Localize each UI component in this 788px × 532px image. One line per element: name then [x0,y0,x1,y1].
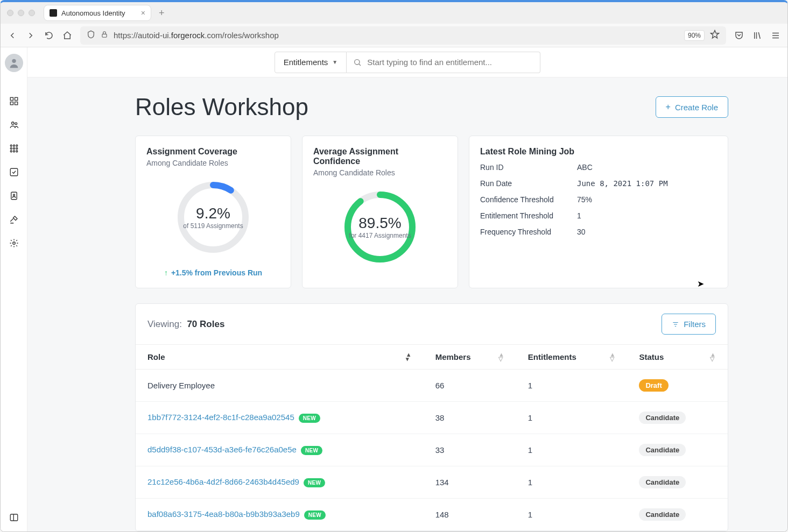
menu-icon[interactable] [770,30,781,41]
job-row: Run IDABC [480,163,717,172]
up-arrow-icon: ↑ [164,268,168,277]
svg-rect-2 [10,97,13,100]
search-input[interactable] [367,58,533,67]
svg-point-6 [11,122,14,125]
column-header[interactable]: Members▲▽ [424,345,516,370]
coverage-gauge: 9.2% of 5119 Assignments [173,177,254,258]
entitlements-cell: 1 [516,434,628,466]
mining-job-card: Latest Role Mining Job Run IDABCRun Date… [469,136,728,288]
users-icon[interactable] [9,119,19,130]
svg-point-9 [13,145,15,146]
table-row[interactable]: d5dd9f38-c107-453d-a3e6-fe76c26a0e5eNEW3… [136,434,728,466]
home-icon[interactable] [62,30,73,41]
status-badge: Draft [639,379,668,392]
checkbox-icon[interactable] [9,167,19,178]
members-cell: 148 [424,499,516,531]
job-value: 75% [577,195,592,204]
svg-point-8 [10,145,12,146]
forward-icon[interactable] [25,30,36,41]
minimize-dot[interactable] [18,10,24,16]
table-row[interactable]: 1bb7f772-3124-4ef2-8c1f-c28ea9a02545NEW3… [136,402,728,434]
lock-icon [101,31,108,40]
svg-rect-17 [10,168,18,176]
gear-icon[interactable] [9,238,19,249]
entitlements-dropdown[interactable]: Entitlements ▼ [275,52,347,73]
avatar[interactable] [5,54,23,72]
url-box[interactable]: https://autoid-ui.forgerock.com/roles/wo… [80,26,726,45]
role-cell: d5dd9f38-c107-453d-a3e6-fe76c26a0e5eNEW [136,434,424,466]
column-header[interactable]: Role▲▾ [136,345,424,370]
trend-text: +1.5% from Previous Run [171,268,262,277]
back-icon[interactable] [7,30,18,41]
table-row[interactable]: Delivery Employee661Draft [136,370,728,402]
status-cell: Candidate [627,466,728,499]
gavel-icon[interactable] [9,214,19,225]
zoom-level[interactable]: 90% [684,30,705,41]
svg-point-1 [12,59,16,63]
svg-point-11 [10,148,12,150]
window-controls [7,10,35,16]
svg-rect-5 [15,102,17,105]
main-content: Roles Workshop + Create Role Assignment … [27,77,787,531]
library-icon[interactable] [752,30,763,41]
job-row: Run DateJune 8, 2021 1:07 PM [480,179,717,188]
create-role-button[interactable]: + Create Role [656,96,728,118]
shield-icon [87,30,95,40]
badge-icon[interactable] [9,190,19,201]
new-badge: NEW [304,478,325,487]
svg-rect-0 [102,34,107,37]
status-cell: Candidate [627,434,728,466]
job-row: Confidence Threshold75% [480,195,717,204]
roles-table: Role▲▾Members▲▽Entitlements▲▽Status▲▽ De… [136,344,728,531]
members-cell: 33 [424,434,516,466]
sidebar [1,47,27,531]
svg-rect-21 [10,514,18,521]
panel-icon[interactable] [9,512,19,523]
filters-button[interactable]: Filters [662,314,716,335]
coverage-subtitle: Among Candidate Roles [146,159,237,167]
job-row: Entitlement Threshold1 [480,211,717,220]
new-tab-icon[interactable]: + [156,8,168,19]
table-row[interactable]: 21c12e56-4b6a-4d2f-8d66-2463b4d45ed9NEW1… [136,466,728,499]
close-dot[interactable] [7,10,13,16]
role-link[interactable]: 21c12e56-4b6a-4d2f-8d66-2463b4d45ed9 [147,477,299,486]
viewing-label: Viewing: 70 Roles [147,319,224,330]
job-label: Confidence Threshold [480,195,577,204]
entitlements-cell: 1 [516,466,628,499]
role-link[interactable]: baf08a63-3175-4ea8-b80a-b9b3b93a3eb9 [147,509,300,519]
status-cell: Candidate [627,499,728,531]
confidence-title: Average Assignment Confidence [313,147,447,166]
column-header[interactable]: Entitlements▲▽ [516,345,628,370]
search-box[interactable] [347,52,540,73]
confidence-subtitle: Among Candidate Roles [313,168,447,177]
maximize-dot[interactable] [29,10,35,16]
reload-icon[interactable] [44,30,54,41]
status-badge: Candidate [639,476,686,488]
sort-icon: ▲▽ [498,352,504,361]
role-cell: Delivery Employee [136,370,424,402]
apps-icon[interactable] [9,143,19,154]
search-icon [353,58,362,67]
confidence-detail: for 4417 Assignments [349,232,411,239]
role-cell: baf08a63-3175-4ea8-b80a-b9b3b93a3eb9NEW [136,499,424,531]
svg-point-16 [16,151,17,152]
status-cell: Candidate [627,402,728,434]
role-cell: 1bb7f772-3124-4ef2-8c1f-c28ea9a02545NEW [136,402,424,434]
svg-point-22 [355,59,360,64]
browser-tab[interactable]: Autonomous Identity × [44,5,151,21]
members-cell: 66 [424,370,516,402]
dashboard-icon[interactable] [9,96,19,107]
table-row[interactable]: baf08a63-3175-4ea8-b80a-b9b3b93a3eb9NEW1… [136,499,728,531]
page-title: Roles Workshop [135,94,308,120]
pocket-icon[interactable] [734,30,744,41]
role-link[interactable]: d5dd9f38-c107-453d-a3e6-fe76c26a0e5e [147,445,297,454]
confidence-gauge: 89.5% for 4417 Assignments [340,187,420,267]
bookmark-icon[interactable] [710,30,720,41]
members-cell: 38 [424,402,516,434]
svg-rect-4 [10,102,13,105]
column-header[interactable]: Status▲▽ [627,345,728,370]
role-link[interactable]: 1bb7f772-3124-4ef2-8c1f-c28ea9a02545 [147,413,294,422]
coverage-detail: of 5119 Assignments [183,222,243,230]
close-tab-icon[interactable]: × [141,9,145,17]
dropdown-label: Entitlements [284,58,328,67]
